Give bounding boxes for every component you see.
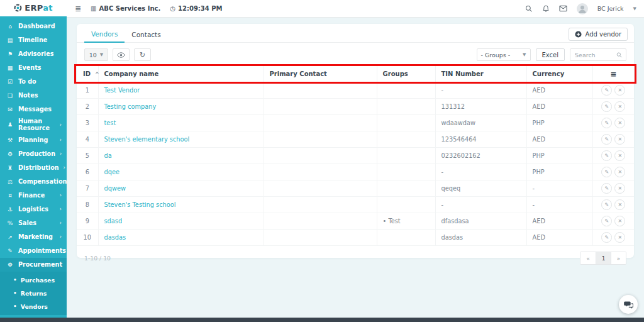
company-link[interactable]: test [104, 119, 116, 126]
submenu-item-purchases[interactable]: •Purchases [0, 274, 67, 287]
company-link[interactable]: Testing company [104, 103, 157, 110]
sidebar-item-production[interactable]: ⚙Production› [0, 147, 67, 161]
sidebar-item-compensation[interactable]: ⚖Compensation› [0, 175, 67, 189]
edit-button[interactable]: ✎ [601, 232, 612, 243]
page-size-select[interactable]: 10 ▼ [84, 48, 108, 61]
cell-actions: ✎✕ [592, 213, 634, 230]
page-1-button[interactable]: 1 [596, 252, 611, 264]
company-link[interactable]: dqwew [104, 185, 126, 192]
sidebar-item-messages[interactable]: ✉Messages [0, 103, 67, 116]
refresh-button[interactable]: ↻ [134, 48, 151, 61]
edit-button[interactable]: ✎ [601, 101, 612, 112]
sidebar-item-notes[interactable]: ❏Notes [0, 89, 67, 103]
submenu-item-label: Purchases [21, 277, 55, 284]
cell-tin-number: qeqeq [435, 180, 526, 197]
sidebar-item-logistics[interactable]: ⚓Logistics› [0, 203, 67, 216]
sort-asc-icon[interactable]: ^ [95, 72, 99, 77]
chevron-down-icon[interactable]: ▼ [633, 6, 636, 11]
delete-button[interactable]: ✕ [614, 150, 625, 161]
delete-button[interactable]: ✕ [614, 118, 625, 128]
cell-id: 5 [77, 148, 98, 164]
bell-icon[interactable] [542, 4, 550, 13]
menu-toggle-icon[interactable]: ≣ [75, 4, 81, 13]
sidebar-item-dashboard[interactable]: ⌂Dashboard [0, 19, 67, 33]
search-input[interactable] [575, 52, 616, 58]
company-link[interactable]: dqee [104, 169, 120, 175]
company-link[interactable]: Test Vendor [104, 87, 140, 94]
table-row: 1Test Vendor-AED✎✕ [77, 82, 634, 99]
cell-tin-number: - [435, 197, 526, 213]
company-link[interactable]: Steven's Testing school [104, 201, 176, 208]
add-vendor-button[interactable]: Add vendor [569, 28, 628, 41]
edit-button[interactable]: ✎ [601, 150, 612, 161]
current-time: 12:09:34 PM [178, 5, 223, 12]
tab-vendors[interactable]: Vendors [84, 25, 125, 43]
delete-button[interactable]: ✕ [614, 101, 625, 112]
groups-filter-select[interactable]: - Groups - ▼ [477, 48, 531, 61]
submenu-item-returns[interactable]: •Returns [0, 287, 67, 300]
company-link[interactable]: da [104, 152, 112, 159]
column-header-company-name[interactable]: Company name [98, 66, 264, 82]
delete-button[interactable]: ✕ [614, 216, 625, 226]
excel-export-button[interactable]: Excel [536, 48, 565, 61]
sidebar-item-finance[interactable]: ¤Finance› [0, 189, 67, 203]
sidebar-item-timeline[interactable]: ▤Timeline [0, 33, 67, 47]
next-page-button[interactable]: » [611, 252, 626, 264]
delete-button[interactable]: ✕ [614, 167, 625, 177]
company-link[interactable]: sdasd [104, 218, 123, 225]
sidebar-item-label: Timeline [18, 36, 47, 43]
delete-button[interactable]: ✕ [614, 134, 625, 145]
sidebar-item-procurement[interactable]: ☸Procurement⌄ [0, 258, 67, 272]
edit-button[interactable]: ✎ [601, 85, 612, 96]
column-header-groups[interactable]: Groups [377, 66, 435, 82]
column-header-currency[interactable]: Currency [526, 66, 592, 82]
sidebar-item-planning[interactable]: ⚒Planning› [0, 133, 67, 147]
company-link[interactable]: Steven's elementary school [104, 136, 190, 143]
edit-button[interactable]: ✎ [601, 167, 612, 177]
envelope-icon: ✉ [6, 106, 14, 113]
company-link[interactable]: dasdas [104, 234, 126, 241]
edit-button[interactable]: ✎ [601, 134, 612, 145]
chat-fab-button[interactable] [619, 295, 638, 314]
sidebar-item-sales[interactable]: %Sales› [0, 216, 67, 230]
sidebar-item-advisories[interactable]: ⚑Advisories [0, 47, 67, 61]
edit-button[interactable]: ✎ [601, 216, 612, 226]
edit-button[interactable]: ✎ [601, 118, 612, 128]
delete-button[interactable]: ✕ [614, 183, 625, 194]
mail-icon[interactable] [559, 5, 567, 12]
user-avatar[interactable] [577, 3, 588, 14]
list-menu-icon[interactable]: ≡ [610, 70, 616, 79]
cell-id: 1 [77, 82, 98, 99]
delete-button[interactable]: ✕ [614, 85, 625, 96]
edit-button[interactable]: ✎ [601, 183, 612, 194]
user-name[interactable]: BC Jerick [597, 5, 624, 12]
table-search [570, 48, 626, 61]
edit-button[interactable]: ✎ [601, 199, 612, 210]
column-header-actions[interactable]: ≡ [592, 66, 634, 82]
sidebar-item-human-resource[interactable]: ♟Human Resource› [0, 116, 67, 133]
column-header-id[interactable]: ID^ [77, 66, 98, 82]
column-visibility-button[interactable] [113, 48, 130, 61]
cell-groups [377, 180, 435, 197]
prev-page-button[interactable]: « [580, 252, 596, 264]
column-header-primary-contact[interactable]: Primary Contact [264, 66, 377, 82]
sidebar-item-label: Planning [18, 136, 48, 143]
building-icon: ▥ [91, 5, 96, 12]
cell-company-name: test [98, 115, 264, 131]
column-header-tin-number[interactable]: TIN Number [435, 66, 526, 82]
app-logo[interactable]: ERPat [0, 0, 67, 18]
sidebar-item-distribution[interactable]: ♜Distribution› [0, 161, 67, 175]
table-row: 8Steven's Testing school--✎✕ [77, 197, 634, 213]
delete-button[interactable]: ✕ [614, 199, 625, 210]
tab-contacts[interactable]: Contacts [125, 26, 167, 42]
sidebar-item-to-do[interactable]: ☑To do [0, 75, 67, 89]
person-icon [577, 3, 588, 14]
sidebar-item-marketing[interactable]: ↗Marketing› [0, 230, 67, 244]
sidebar-item-label: Human Resource [18, 118, 55, 132]
sidebar-item-appointments[interactable]: ✎Appointments› [0, 244, 67, 258]
sidebar-item-events[interactable]: ▦Events [0, 61, 67, 75]
delete-button[interactable]: ✕ [614, 232, 625, 243]
search-icon[interactable] [525, 5, 533, 13]
company-selector[interactable]: ▥ ABC Services Inc. [91, 5, 160, 12]
submenu-item-vendors[interactable]: •Vendors [0, 300, 67, 313]
